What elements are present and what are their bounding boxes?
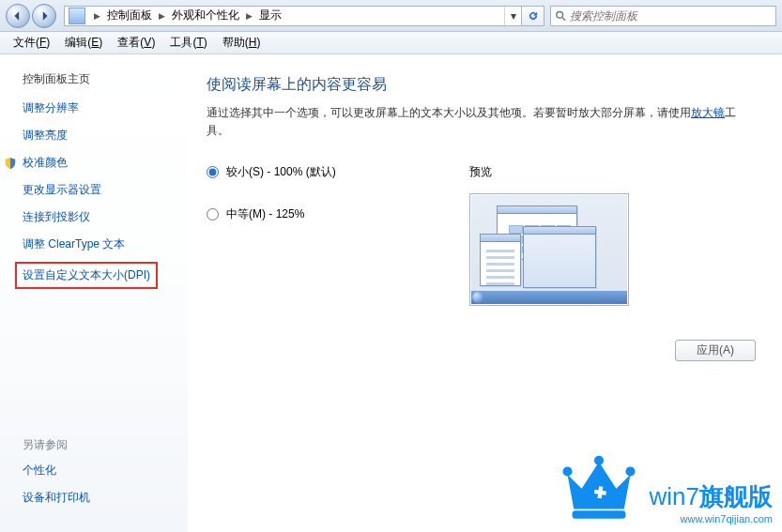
chevron-right-icon: ▶ [94,11,100,21]
svg-point-2 [562,466,572,476]
svg-point-4 [625,466,635,476]
chevron-right-icon: ▶ [246,11,253,21]
menu-help[interactable]: 帮助(H) [215,32,268,53]
menu-file[interactable]: 文件(F) [6,32,57,53]
see-also-header: 另请参阅 [23,437,90,453]
sidebar-link-brightness[interactable]: 调整亮度 [23,128,188,144]
sidebar-link-cleartype[interactable]: 调整 ClearType 文本 [23,236,188,252]
radio-medium-input[interactable] [207,208,219,220]
svg-point-3 [593,456,603,465]
watermark: win7旗舰版 www.win7qijian.com [560,454,773,524]
crumb-display[interactable]: 显示 [257,8,284,23]
search-icon [555,9,566,22]
sidebar: 控制面板主页 调整分辨率 调整亮度 校准颜色 更改显示器设置 连接到投影仪 调整… [0,54,188,532]
sidebar-header: 控制面板主页 [23,71,188,87]
forward-button[interactable] [32,4,56,28]
radio-medium[interactable]: 中等(M) - 125% [207,206,469,222]
refresh-button[interactable] [522,6,544,26]
size-options: 较小(S) - 100% (默认) 中等(M) - 125% [207,164,469,306]
crumb-control-panel[interactable]: 控制面板 [105,8,154,23]
crumb-appearance[interactable]: 外观和个性化 [170,8,241,23]
chevron-right-icon: ▶ [159,11,165,21]
page-title: 使阅读屏幕上的内容更容易 [207,75,754,95]
search-input[interactable] [570,9,775,23]
radio-small-input[interactable] [207,166,219,178]
breadcrumb[interactable]: ▶ 控制面板 ▶ 外观和个性化 ▶ 显示 ▾ [64,6,522,26]
address-dropdown[interactable]: ▾ [504,7,521,25]
radio-small[interactable]: 较小(S) - 100% (默认) [207,164,469,180]
svg-line-1 [562,18,565,21]
menu-tools[interactable]: 工具(T) [162,32,214,53]
svg-rect-5 [572,510,625,518]
menubar: 文件(F) 编辑(E) 查看(V) 工具(T) 帮助(H) [0,32,782,54]
sidebar-link-label: 校准颜色 [23,155,68,171]
preview-image [469,193,629,306]
radio-small-label: 较小(S) - 100% (默认) [226,164,336,180]
radio-medium-label: 中等(M) - 125% [226,206,304,222]
apply-button[interactable]: 应用(A) [675,340,756,361]
watermark-text: win7旗舰版 www.win7qijian.com [650,480,773,524]
shield-icon [4,157,17,170]
highlight-box: 设置自定义文本大小(DPI) [15,262,158,289]
see-also: 另请参阅 个性化 设备和打印机 [23,437,90,517]
search-box[interactable] [550,6,776,26]
back-button[interactable] [6,4,30,28]
see-also-personalization[interactable]: 个性化 [23,463,90,479]
magnifier-link[interactable]: 放大镜 [691,106,725,119]
crown-icon [560,454,638,524]
sidebar-link-calibrate[interactable]: 校准颜色 [23,155,188,171]
preview-label: 预览 [469,164,754,180]
watermark-url: www.win7qijian.com [650,513,773,524]
svg-point-0 [557,11,563,18]
sidebar-link-resolution[interactable]: 调整分辨率 [23,100,188,116]
content-pane: 使阅读屏幕上的内容更容易 通过选择其中一个选项，可以更改屏幕上的文本大小以及其他… [188,54,782,532]
sidebar-link-projector[interactable]: 连接到投影仪 [23,209,188,225]
menu-view[interactable]: 查看(V) [110,32,162,53]
sidebar-link-display-settings[interactable]: 更改显示器设置 [23,182,188,198]
page-description: 通过选择其中一个选项，可以更改屏幕上的文本大小以及其他项。若要暂时放大部分屏幕，… [207,104,754,140]
sidebar-link-custom-dpi[interactable]: 设置自定义文本大小(DPI) [23,267,150,283]
see-also-devices[interactable]: 设备和打印机 [23,490,90,506]
menu-edit[interactable]: 编辑(E) [57,32,110,53]
control-panel-icon [69,8,85,24]
